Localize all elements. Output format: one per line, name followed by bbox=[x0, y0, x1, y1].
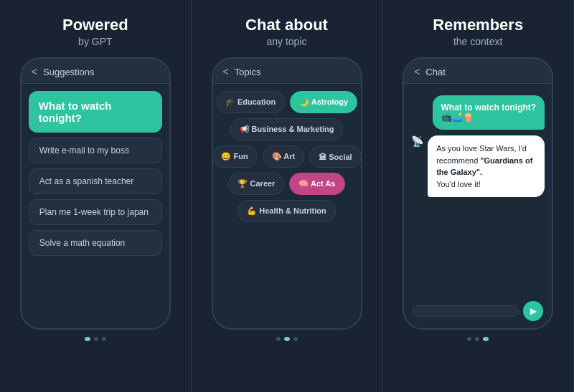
topics-row-3: 😄 Fun 🎨 Art 🏛 Social bbox=[220, 145, 354, 168]
dot-indicators-3 bbox=[467, 337, 489, 341]
panel-1-subtitle: by GPT bbox=[78, 36, 112, 47]
panel-2-subtitle: any topic bbox=[266, 36, 306, 47]
dot-3-2 bbox=[475, 337, 479, 341]
suggestion-4[interactable]: Solve a math equation bbox=[29, 230, 162, 256]
phone-header-2: < Topics bbox=[213, 59, 361, 84]
chat-area: What to watch tonight?📺🛋️🍿 📡 As you love… bbox=[411, 91, 545, 296]
topic-art[interactable]: 🎨 Art bbox=[263, 145, 305, 168]
topics-row-2: 📢 Business & Marketing bbox=[220, 118, 354, 140]
panel-1-title: Powered bbox=[62, 16, 128, 34]
dot-1-1 bbox=[85, 337, 90, 341]
assistant-icon: 📡 bbox=[411, 135, 423, 147]
suggestion-3[interactable]: Plan me 1-week trip to japan bbox=[29, 199, 162, 225]
dot-2-2 bbox=[284, 337, 290, 341]
phone-frame-3: < Chat What to watch tonight?📺🛋️🍿 📡 As y… bbox=[403, 57, 553, 330]
topic-social[interactable]: 🏛 Social bbox=[309, 145, 360, 168]
topics-grid: 🎓 Education 🌙 Astrology 📢 Business & Mar… bbox=[220, 91, 354, 321]
topic-education[interactable]: 🎓 Education bbox=[216, 91, 285, 113]
send-button[interactable]: ▶ bbox=[523, 301, 543, 321]
dot-indicators-1 bbox=[85, 337, 106, 341]
topic-fun[interactable]: 😄 Fun bbox=[213, 145, 258, 168]
topics-content: 🎓 Education 🌙 Astrology 📢 Business & Mar… bbox=[213, 84, 361, 328]
header-title-1: Suggestions bbox=[43, 67, 95, 77]
suggestions-content: What to watch tonight? Write e-mail to m… bbox=[22, 84, 169, 328]
highlight-card[interactable]: What to watch tonight? bbox=[29, 91, 162, 133]
chat-input-row: ▶ bbox=[411, 301, 545, 321]
phone-frame-2: < Topics 🎓 Education 🌙 Astrology 📢 Busin… bbox=[212, 57, 362, 330]
back-button-2[interactable]: < bbox=[223, 66, 229, 77]
topics-row-4: 🏆 Career 🧠 Act As bbox=[220, 173, 354, 195]
dot-1-3 bbox=[102, 337, 106, 341]
back-button-1[interactable]: < bbox=[32, 66, 37, 77]
topics-row-1: 🎓 Education 🌙 Astrology bbox=[220, 91, 354, 113]
topic-career[interactable]: 🏆 Career bbox=[228, 173, 284, 195]
dot-3-3 bbox=[483, 337, 489, 341]
dot-indicators-2 bbox=[276, 337, 298, 341]
dot-2-1 bbox=[276, 337, 281, 341]
topic-astrology[interactable]: 🌙 Astrology bbox=[290, 91, 357, 113]
chat-content: What to watch tonight?📺🛋️🍿 📡 As you love… bbox=[404, 84, 552, 328]
panel-chat: Chat about any topic < Topics 🎓 Educatio… bbox=[192, 0, 383, 392]
panel-2-title: Chat about bbox=[245, 16, 328, 34]
phone-header-1: < Suggestions bbox=[22, 59, 169, 84]
panel-3-subtitle: the context bbox=[453, 36, 503, 47]
back-button-3[interactable]: < bbox=[414, 66, 420, 77]
topics-row-5: 💪 Health & Nutrition bbox=[220, 200, 354, 222]
dot-2-3 bbox=[293, 337, 298, 341]
topic-health[interactable]: 💪 Health & Nutrition bbox=[237, 200, 336, 222]
panel-remembers: Remembers the context < Chat What to wat… bbox=[382, 0, 574, 392]
topic-actas[interactable]: 🧠 Act As bbox=[289, 173, 344, 195]
header-title-2: Topics bbox=[235, 67, 261, 77]
topic-business[interactable]: 📢 Business & Marketing bbox=[230, 118, 344, 140]
dot-3-1 bbox=[467, 337, 471, 341]
assistant-bubble: As you love Star Wars, I'd recommend "Gu… bbox=[428, 135, 545, 197]
header-title-3: Chat bbox=[425, 67, 445, 77]
suggestion-2[interactable]: Act as a spanish teacher bbox=[29, 168, 162, 194]
chat-input[interactable] bbox=[413, 305, 519, 317]
suggestion-1[interactable]: Write e-mail to my boss bbox=[29, 138, 162, 163]
phone-header-3: < Chat bbox=[404, 59, 552, 84]
panel-3-title: Remembers bbox=[433, 16, 523, 34]
dot-1-2 bbox=[94, 337, 98, 341]
panel-powered: Powered by GPT < Suggestions What to wat… bbox=[0, 0, 192, 392]
user-bubble: What to watch tonight?📺🛋️🍿 bbox=[433, 95, 545, 130]
phone-frame-1: < Suggestions What to watch tonight? Wri… bbox=[20, 57, 171, 330]
